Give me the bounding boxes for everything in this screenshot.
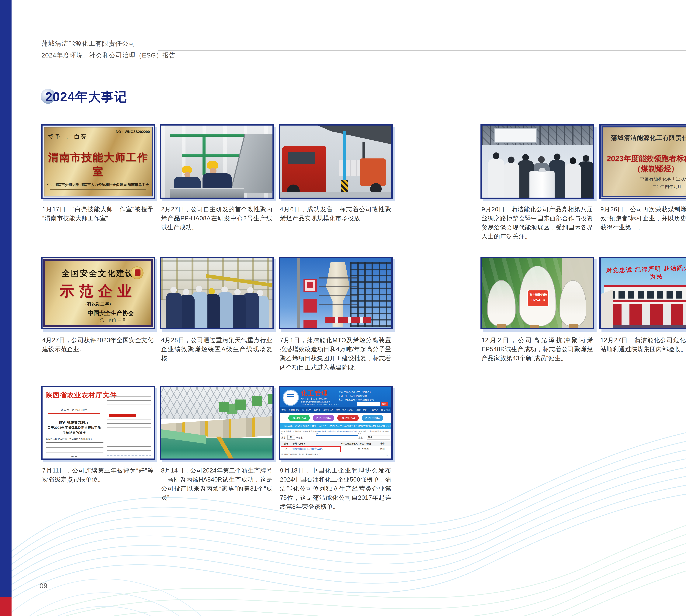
event-caption: 1月17日，“白亮技能大师工作室”被授予“渭南市技能大师工作室”。 bbox=[42, 205, 154, 223]
site-meta-2: 主办 中国化工企业管理协会 bbox=[338, 394, 367, 397]
site-en2: BUSINESS SCHOOL FOR CHEMICAL ENTREPRENEU… bbox=[301, 403, 340, 405]
plaque-frame: 蒲城清洁能源化工有限责任公司 2023年度能效领跑者标杆企业（煤制烯烃） 中国石… bbox=[601, 126, 686, 197]
site-search-button: 搜索 bbox=[381, 402, 388, 406]
table-search-label: 搜索： bbox=[358, 436, 365, 439]
event-caption: 9月18日，中国化工企业管理协会发布2024中国石油和化工企业500强榜单，蒲洁… bbox=[280, 466, 391, 511]
header-report-title: 2024年度环境、社会和公司治理（ESG）报告 bbox=[41, 51, 176, 60]
site-sub: 化工企业家的商学院 bbox=[301, 397, 327, 401]
left-accent-bar-blue bbox=[0, 0, 12, 597]
row-highlight-box bbox=[281, 446, 341, 452]
event-caption: 8月14日，公司2024年第二个新生产牌号—高刚聚丙烯HA840R试生产成功，这… bbox=[161, 466, 272, 502]
banner-strip bbox=[326, 317, 371, 323]
mid-red-stripe bbox=[604, 300, 686, 302]
hall-truss-ceiling bbox=[161, 387, 272, 419]
col-rank: 排名 bbox=[280, 442, 292, 445]
table-header-row: 排名 公司中文名称 2023主营业务收入【单位：万元】 省份 bbox=[280, 441, 391, 446]
photo-site-review-group bbox=[160, 257, 274, 329]
label-line2: EP548R bbox=[528, 298, 548, 302]
plaque-title: 渭南市技能大师工作室 bbox=[44, 151, 152, 179]
site-en1: CHEMICAL ENTERPRISE MANAGEMENT bbox=[301, 401, 330, 403]
plaque-rule bbox=[50, 189, 147, 190]
nav-item-contact: 联系我们 bbox=[381, 409, 390, 412]
nav-item-about: 杂志社介绍 bbox=[289, 409, 300, 412]
cell-revenue: 667,608.81 bbox=[338, 447, 375, 450]
ground-strip bbox=[280, 192, 391, 198]
site-navbar: 首页 杂志社介绍 期刊论文 编委会 500强活动 世界一流企业论坛 杂志社文化 … bbox=[280, 408, 391, 413]
plaque-company: 蒲城清洁能源化工有限责任公司 bbox=[603, 134, 686, 142]
nav-item-forum: 世界一流企业论坛 bbox=[336, 409, 353, 412]
plaque-org: 中国石油和化学工业联合会 bbox=[640, 176, 686, 182]
show-suffix: 项结果 bbox=[296, 436, 303, 439]
visitor-heads bbox=[493, 152, 500, 159]
header-company: 蒲城清洁能源化工有限责任公司 bbox=[41, 39, 136, 48]
event-caption: 7月11日，公司连续第三年被评为“好”等次省级定点帮扶单位。 bbox=[42, 466, 154, 484]
list-tabs: 2024石油和化工企业销售收入前500家名单(综合类) 2024石油和化工企业销… bbox=[280, 430, 391, 436]
event-caption: 12月2日，公司高光泽抗冲聚丙烯EP548R试生产成功，标志着公司聚烯烃产品家族… bbox=[482, 335, 593, 363]
nav-item-download: 下载中心 bbox=[370, 409, 378, 412]
header-divider bbox=[158, 50, 686, 51]
nav-item-committee: 编委会 bbox=[314, 409, 320, 412]
site-search-input bbox=[357, 402, 380, 406]
group-heads bbox=[171, 287, 177, 293]
photo-truck-loading bbox=[279, 124, 393, 199]
doc-red-rule bbox=[48, 413, 100, 414]
tab-listed: 2024石油和化工上市公司销售收入前500家名单 bbox=[358, 430, 391, 436]
show-count-select: 20 bbox=[287, 435, 295, 440]
base-strip bbox=[604, 325, 686, 328]
doc-page-mark: —1— bbox=[52, 455, 96, 457]
photo-website-500list: 化工管理 化工企业家的商学院 CHEMICAL ENTERPRISE MANAG… bbox=[279, 386, 393, 460]
product-label: 高光泽聚丙烯 EP548R bbox=[527, 290, 549, 307]
show-label: 显示 bbox=[281, 436, 286, 439]
product-jug bbox=[530, 171, 555, 199]
table-footer: 显示第1至1项结果，共1项（由500项结果过滤） bbox=[281, 453, 322, 456]
photo-mto-towers bbox=[279, 257, 393, 329]
page-title: 2024年大事记 bbox=[45, 88, 127, 105]
doc-title-3: 考核结果的通报 bbox=[47, 431, 102, 435]
tab-combined: 2024石油和化工企业销售收入前500家名单(综合类) bbox=[281, 430, 316, 436]
tab-independent: 2024石油和化工企业销售收入前500家名单(独立生产经营类) bbox=[316, 430, 358, 436]
doc-redaction bbox=[109, 414, 136, 417]
event-caption: 4月28日，公司通过重污染天气重点行业企业绩效聚烯烃装置A级生产线现场复核。 bbox=[161, 335, 272, 363]
site-logo-mark bbox=[287, 394, 294, 398]
page-number-left: 09 bbox=[40, 582, 47, 590]
col-province: 省份 bbox=[375, 442, 390, 445]
plaque-issuers: 中共渭南市委组织部 渭南市人力资源和社会保障局 渭南市总工会 bbox=[44, 182, 152, 187]
flask-bases bbox=[497, 324, 506, 329]
nav-item-top500: 500强活动 bbox=[323, 409, 333, 412]
event-caption: 9月20日，蒲洁能化公司产品亮相第八届丝绸之路博览会暨中国东西部合作与投资贸易洽… bbox=[482, 205, 593, 241]
window-band bbox=[609, 291, 686, 299]
red-signs bbox=[304, 279, 317, 292]
pagination-button: 1 bbox=[385, 453, 389, 457]
sample-tray bbox=[170, 188, 244, 198]
doc-right-column bbox=[107, 391, 151, 456]
teal-floor bbox=[161, 438, 272, 459]
worker-helmet-1 bbox=[182, 166, 192, 173]
plaque-title: 示范企业 bbox=[45, 282, 151, 301]
doc-body-lines bbox=[46, 442, 104, 457]
worker-helmet-2 bbox=[207, 161, 218, 169]
photo-gov-document: 陕西省农业农村厅文件 陕农发〔2024〕39号 陕西省农业农村厅 关于2023年… bbox=[41, 386, 155, 460]
site-name: 化工管理 bbox=[301, 389, 328, 398]
col-company: 公司中文名称 bbox=[292, 442, 338, 445]
emblem-core bbox=[135, 269, 140, 276]
doc-salutation: 各设区市农业农村局，各省级定点帮扶单位： bbox=[46, 437, 104, 441]
event-caption: 12月27日，蒲洁能化公司危化一级消防站顺利通过陕煤集团内部验收。 bbox=[600, 335, 686, 354]
site-banner: 《化工管理》杂志社组织承办的每年一届的“中国石油和化工企业500强发布会”已经成… bbox=[280, 423, 391, 429]
event-caption: 9月26日，公司再次荣获煤制烯烃行业能效“领跑者”标杆企业，并以历史最好水平获得… bbox=[600, 205, 686, 232]
left-accent-bar-red bbox=[0, 597, 12, 616]
plaque-award-to: 授予 ： 白亮 bbox=[48, 133, 88, 140]
expo-light-panel bbox=[494, 128, 537, 143]
pill-2023: 2023年榜单 bbox=[313, 415, 334, 421]
forklift-body bbox=[360, 158, 386, 186]
col-revenue: 2023主营业务收入【单位：万元】 bbox=[338, 442, 375, 445]
plaque-date: 二〇二四年三月 bbox=[95, 317, 126, 324]
pill-2024: 2024年榜单 bbox=[288, 415, 310, 421]
photo-safety-plaque: 全国安全文化建设 示范企业 （有效期三年） 中国安全生产协会 二〇二四年三月 bbox=[41, 257, 155, 329]
photo-worker-inspection bbox=[160, 124, 274, 199]
doc-header: 陕西省农业农村厅文件 bbox=[46, 391, 117, 400]
photo-expo-visit bbox=[481, 124, 594, 199]
list-pills: 2024年榜单 2023年榜单 2022年榜单 2021年榜单 bbox=[280, 415, 391, 421]
hanging-green-signs bbox=[219, 402, 229, 412]
plaque-org: 中国安全生产协会 bbox=[88, 309, 134, 317]
site-meta-3: 出版 《化工管理》杂志社有限公司 bbox=[338, 398, 374, 401]
